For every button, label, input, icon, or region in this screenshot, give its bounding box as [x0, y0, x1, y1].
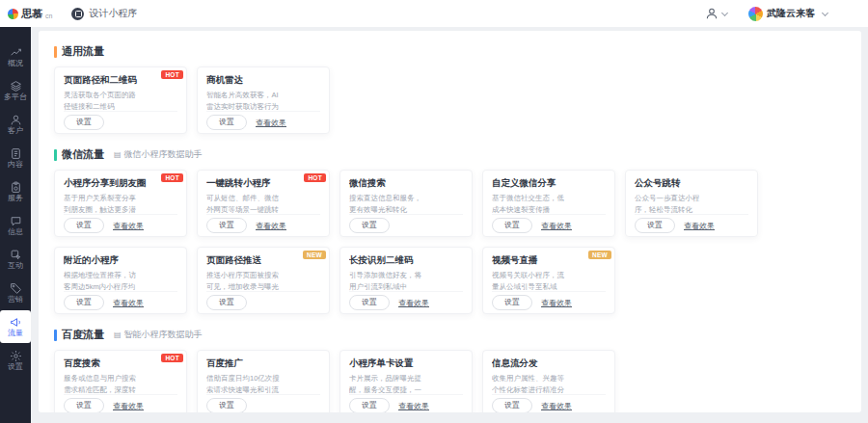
feature-card: NEW视频号直播视频号关联小程序，流量从公域引导至私域设置查看效果 — [482, 247, 615, 314]
sidebar-label: 互动 — [8, 262, 23, 270]
card-top: 长按识别二维码引导添加微信好友，将用户引流到私域中 — [349, 254, 463, 291]
card-top: 微信搜索搜索直达信息和服务，更有效曝光和转化 — [349, 177, 463, 214]
view-effect-link[interactable]: 查看效果 — [398, 401, 429, 411]
card-footer: 设置查看效果 — [635, 214, 748, 236]
settings-button[interactable]: 设置 — [492, 398, 532, 412]
card-footer: 设置 — [206, 291, 320, 313]
document-icon — [10, 147, 22, 160]
sidebar-item-content[interactable]: 内容 — [0, 142, 31, 174]
sidebar-item-services[interactable]: 服务 — [0, 175, 31, 208]
chevron-down-icon — [822, 9, 828, 15]
settings-button[interactable]: 设置 — [64, 295, 104, 310]
card-footer: 设置 — [64, 111, 177, 133]
card-top: 小程序分享到朋友圈基于用户关系裂变分享到朋友圈，触达更多潜在客户 — [64, 177, 177, 214]
hot-badge: HOT — [161, 354, 183, 362]
account-menu-button[interactable]: 武隆云来客 — [748, 7, 827, 21]
sidebar-label: 设置 — [8, 363, 23, 371]
settings-button[interactable]: 设置 — [349, 398, 390, 412]
interaction-icon — [10, 249, 22, 261]
view-effect-link[interactable]: 查看效果 — [256, 221, 286, 231]
section-assistant-link[interactable]: ▤智能小程序数据助手 — [114, 329, 203, 341]
card-top: 一键跳转小程序可从短信、邮件、微信外网页等场景一键跳转至小程序 — [206, 177, 320, 214]
view-effect-link[interactable]: 查看效果 — [113, 298, 144, 308]
sidebar-item-customers[interactable]: 客户 — [0, 108, 31, 141]
settings-button[interactable]: 设置 — [349, 218, 390, 233]
gear-icon — [10, 350, 22, 362]
settings-button[interactable]: 设置 — [206, 218, 247, 233]
view-effect-link[interactable]: 查看效果 — [256, 118, 286, 128]
section-header: 百度流量▤智能小程序数据助手 — [54, 328, 846, 342]
view-effect-link[interactable]: 查看效果 — [398, 298, 429, 308]
sidebar-item-interaction[interactable]: 互动 — [0, 243, 31, 276]
feature-card: 附近的小程序根据地理位置推荐，访客周边5km内小程序均可展示设置查看效果 — [54, 247, 187, 314]
section-accent-bar — [54, 330, 57, 341]
sidebar-item-multiplatform[interactable]: 多平台 — [0, 74, 31, 107]
sidebar-item-traffic[interactable]: 流量 — [0, 310, 31, 343]
card-footer: 设置 — [206, 394, 320, 412]
card-description: 视频号关联小程序，流量从公域引导至私域 — [492, 270, 606, 291]
section-assistant-link-label: 智能小程序数据助手 — [124, 329, 203, 341]
hot-badge: HOT — [161, 173, 183, 182]
card-footer: 设置查看效果 — [64, 394, 177, 412]
card-footer: 设置查看效果 — [492, 394, 606, 412]
card-top: 百度搜索服务或信息与用户搜索需求精准匹配，深度转化用户 — [64, 357, 177, 394]
card-title: 小程序分享到朋友圈 — [64, 177, 177, 190]
user-menu-button[interactable] — [705, 7, 727, 20]
feature-card: HOT页面路径和二维码灵活获取各个页面的路径链接和二维码设置 — [54, 66, 187, 134]
settings-button[interactable]: 设置 — [492, 295, 532, 310]
top-header: 思慕 cn 设计小程序 武隆云来客 — [0, 0, 868, 27]
card-description: 公众号一步直达小程序，轻松导流转化 — [635, 193, 748, 214]
card-top: 公众号跳转公众号一步直达小程序，轻松导流转化 — [635, 177, 748, 214]
card-description: 根据地理位置推荐，访客周边5km内小程序均可展示 — [64, 270, 177, 291]
brand-logo-link[interactable]: 思慕 cn — [8, 7, 52, 21]
sidebar-label: 概况 — [8, 60, 23, 67]
sidebar-item-marketing[interactable]: 营销 — [0, 277, 31, 309]
card-description: 基于用户关系裂变分享到朋友圈，触达更多潜在客户 — [64, 193, 177, 214]
card-top: 页面路径推送推送小程序页面被搜索可见，增加收录与曝光机会 — [206, 254, 320, 291]
settings-button[interactable]: 设置 — [206, 295, 247, 310]
card-footer: 设置 — [349, 214, 463, 236]
feature-card: HOT小程序分享到朋友圈基于用户关系裂变分享到朋友圈，触达更多潜在客户设置查看效… — [54, 170, 187, 237]
settings-button[interactable]: 设置 — [64, 115, 104, 130]
card-top: 自定义微信分享基于微信社交生态，低成本快速裂变传播 — [492, 177, 606, 214]
sidebar-label: 流量 — [8, 330, 23, 337]
settings-button[interactable]: 设置 — [64, 218, 104, 233]
view-effect-link[interactable]: 查看效果 — [541, 221, 572, 231]
feature-card: 小程序单卡设置卡片展示，品牌曝光提醒，服务交互便捷，一搜直达设置查看效果 — [339, 350, 473, 412]
settings-button[interactable]: 设置 — [206, 115, 247, 130]
card-footer: 设置查看效果 — [64, 214, 177, 236]
app-title: 设计小程序 — [89, 7, 137, 20]
view-effect-link[interactable]: 查看效果 — [684, 221, 715, 231]
sidebar-nav: 概况 多平台 客户 内容 服务 信息 互动 营销 流量 设置 — [0, 27, 31, 423]
account-name: 武隆云来客 — [767, 7, 815, 20]
view-effect-link[interactable]: 查看效果 — [113, 221, 144, 231]
view-effect-link[interactable]: 查看效果 — [541, 401, 572, 411]
feature-card: 微信搜索搜索直达信息和服务，更有效曝光和转化设置 — [339, 170, 473, 237]
assistant-icon: ▤ — [114, 330, 122, 339]
brand-name: 思慕 — [21, 7, 42, 21]
section-assistant-link[interactable]: ▤微信小程序数据助手 — [114, 148, 203, 161]
sidebar-item-overview[interactable]: 概况 — [0, 40, 31, 73]
app-switcher[interactable]: 设计小程序 — [71, 7, 137, 20]
settings-button[interactable]: 设置 — [635, 218, 675, 233]
card-title: 微信搜索 — [349, 177, 463, 190]
settings-button[interactable]: 设置 — [206, 398, 247, 412]
sidebar-item-settings[interactable]: 设置 — [0, 344, 31, 377]
sidebar-label: 信息 — [8, 228, 23, 236]
hot-badge: HOT — [304, 173, 326, 182]
section-header: 通用流量 — [54, 44, 846, 59]
section-title: 百度流量 — [62, 328, 104, 342]
card-description: 智能名片高效获客，AI雷达实时获取访客行为轨迹 — [206, 90, 320, 111]
settings-button[interactable]: 设置 — [64, 398, 104, 412]
settings-button[interactable]: 设置 — [492, 218, 532, 233]
card-footer: 设置查看效果 — [64, 291, 177, 313]
sidebar-item-messages[interactable]: 信息 — [0, 209, 31, 242]
view-effect-link[interactable]: 查看效果 — [113, 401, 144, 411]
settings-button[interactable]: 设置 — [349, 295, 390, 310]
card-top: 附近的小程序根据地理位置推荐，访客周边5km内小程序均可展示 — [64, 254, 177, 291]
card-top: 百度推广借助百度日均10亿次搜索请求快速曝光和引流 — [206, 357, 320, 394]
section-title: 通用流量 — [62, 44, 104, 59]
card-top: 小程序单卡设置卡片展示，品牌曝光提醒，服务交互便捷，一搜直达 — [349, 357, 463, 394]
view-effect-link[interactable]: 查看效果 — [541, 298, 572, 308]
card-title: 公众号跳转 — [635, 177, 748, 190]
